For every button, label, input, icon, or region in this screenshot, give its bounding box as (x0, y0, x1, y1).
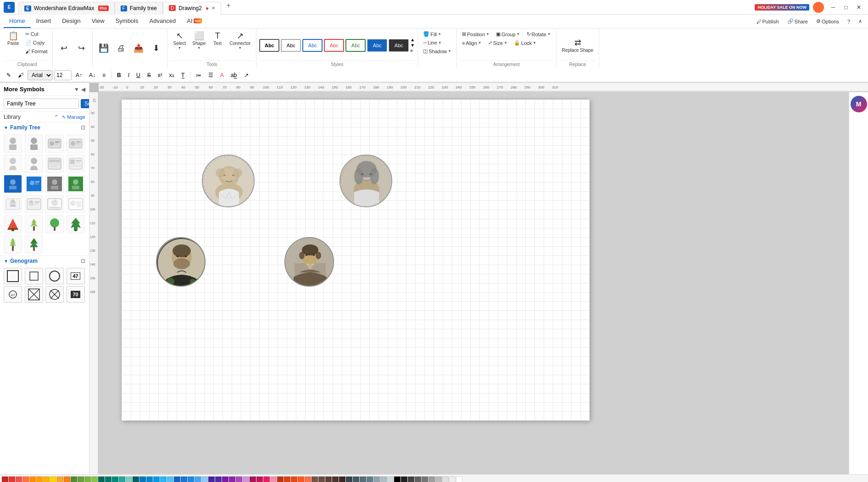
color-swatch[interactable] (456, 476, 462, 482)
color-swatch[interactable] (36, 476, 43, 482)
geno-number-70[interactable]: 70 (67, 286, 85, 303)
numbered-list-btn[interactable]: ☰ (206, 70, 216, 80)
color-swatch[interactable] (57, 476, 63, 482)
bullet-list-btn[interactable]: ≔ (193, 70, 204, 80)
text-tool-btn[interactable]: T Text (209, 30, 226, 47)
replace-shape-btn[interactable]: ⇄ Replace Shape (559, 37, 596, 54)
tab-drawing2[interactable]: D Drawing2 ● ✕ (163, 2, 221, 15)
publish-btn[interactable]: 🖊 Publish (754, 18, 781, 25)
color-swatch[interactable] (78, 476, 84, 482)
color-swatch[interactable] (256, 476, 263, 482)
select-tool-btn[interactable]: ↖ Select ▼ (170, 30, 189, 51)
superscript-btn[interactable]: x² (155, 70, 165, 80)
genogram-options[interactable]: ⊡ (81, 258, 85, 264)
strikethrough-btn[interactable]: S (145, 70, 154, 80)
close-btn[interactable]: ✕ (853, 2, 864, 13)
shadow-btn[interactable]: ◫ Shadow ▼ (421, 47, 454, 55)
color-swatch[interactable] (367, 476, 373, 482)
print-btn[interactable]: 🖨 (113, 43, 129, 55)
symbol-photo-card-4[interactable] (67, 195, 85, 213)
symbol-template-blue-2[interactable] (25, 175, 43, 193)
color-swatch[interactable] (373, 476, 380, 482)
symbol-photo-card-3[interactable] (45, 195, 64, 213)
geno-square-small[interactable] (25, 268, 43, 284)
canvas-main[interactable] (99, 92, 868, 474)
redo-btn[interactable]: ↪ (73, 43, 89, 55)
geno-circle-small[interactable]: 47 (4, 286, 22, 303)
color-swatch[interactable] (428, 476, 435, 482)
color-swatch[interactable] (250, 476, 256, 482)
bold-btn[interactable]: B (114, 70, 124, 80)
color-swatch[interactable] (43, 476, 50, 482)
symbol-photo-card-2[interactable] (25, 195, 43, 213)
color-swatch[interactable] (2, 476, 8, 482)
line-btn[interactable]: ─ Line ▼ (421, 39, 454, 46)
fill-btn[interactable]: 🪣 Fill ▼ (421, 30, 454, 38)
style-sample-3[interactable]: Abc (302, 39, 323, 52)
symbol-template-gray[interactable] (45, 175, 64, 193)
symbol-template-green[interactable] (67, 175, 85, 193)
text-format-btn[interactable]: T̲ (178, 70, 187, 80)
color-swatch[interactable] (229, 476, 235, 482)
symbol-photo-card-1[interactable] (4, 195, 22, 213)
color-swatch[interactable] (435, 476, 442, 482)
portrait-3[interactable] (156, 237, 206, 287)
group-btn[interactable]: ▣ Group ▼ (494, 30, 523, 38)
style-sample-6[interactable]: Abc (367, 39, 387, 52)
tab-close-drawing2[interactable]: ✕ (211, 6, 215, 11)
help-btn[interactable]: ? (845, 18, 852, 25)
color-swatch[interactable] (16, 476, 22, 482)
panel-more-btn[interactable]: ▼ (74, 86, 79, 93)
color-swatch[interactable] (298, 476, 304, 482)
color-swatch[interactable] (160, 476, 167, 482)
save-btn[interactable]: 💾 (95, 43, 112, 55)
export-btn[interactable]: 📤 (130, 43, 147, 55)
font-size-input[interactable] (54, 70, 72, 80)
color-swatch[interactable] (284, 476, 290, 482)
color-swatch[interactable] (332, 476, 339, 482)
geno-circle[interactable] (45, 268, 64, 284)
font-size-decrease-btn[interactable]: A↓ (86, 70, 98, 80)
styles-scroll-down[interactable]: ▼ (410, 43, 415, 48)
color-swatch[interactable] (50, 476, 56, 482)
color-swatch[interactable] (442, 476, 449, 482)
color-swatch[interactable] (91, 476, 98, 482)
color-swatch[interactable] (325, 476, 332, 482)
cut-btn[interactable]: ✂ Cut (23, 30, 50, 38)
symbol-tree-bare[interactable] (25, 215, 43, 233)
color-swatch[interactable] (353, 476, 359, 482)
import-btn[interactable]: ⬇ (148, 43, 164, 55)
color-swatch[interactable] (71, 476, 77, 482)
maximize-btn[interactable]: □ (840, 2, 851, 13)
style-sample-2[interactable]: Abc (281, 39, 301, 52)
symbol-template-blue-1[interactable] (4, 175, 22, 193)
symbol-tree-pine-1[interactable] (4, 215, 22, 233)
format-painter-btn[interactable]: 🖌 Format (23, 48, 50, 55)
share-btn[interactable]: 🔗 Share (785, 17, 810, 25)
collapse-ribbon-btn[interactable]: ∧ (856, 17, 864, 25)
new-tab-btn[interactable]: + (223, 0, 234, 11)
manage-link[interactable]: ✎ Manage (62, 114, 85, 120)
portrait-1[interactable] (202, 155, 255, 207)
color-swatch[interactable] (360, 476, 366, 482)
italic-btn[interactable]: I (125, 70, 132, 80)
color-swatch[interactable] (380, 476, 387, 482)
color-swatch[interactable] (84, 476, 91, 482)
rotate-btn[interactable]: ↻ Rotate ▼ (524, 30, 553, 38)
symbol-tree-round[interactable] (45, 215, 64, 233)
style-sample-4[interactable]: Abc (324, 39, 344, 52)
color-swatch[interactable] (174, 476, 180, 482)
tab-family-tree[interactable]: F Family tree (115, 2, 163, 15)
color-swatch[interactable] (305, 476, 311, 482)
geno-x-circle[interactable] (45, 286, 64, 303)
geno-number-47[interactable]: 47 (67, 268, 85, 284)
minimize-btn[interactable]: ─ (828, 2, 839, 13)
color-swatch[interactable] (64, 476, 70, 482)
geno-square[interactable] (4, 268, 22, 284)
color-swatch[interactable] (415, 476, 421, 482)
align-btn[interactable]: ≡ Align ▼ (460, 39, 484, 47)
underline-btn[interactable]: U (134, 70, 143, 80)
panel-collapse-btn[interactable]: ◀ (81, 86, 85, 93)
position-btn[interactable]: ⊞ Position ▼ (460, 30, 492, 38)
styles-more[interactable]: ≡ (410, 49, 415, 53)
